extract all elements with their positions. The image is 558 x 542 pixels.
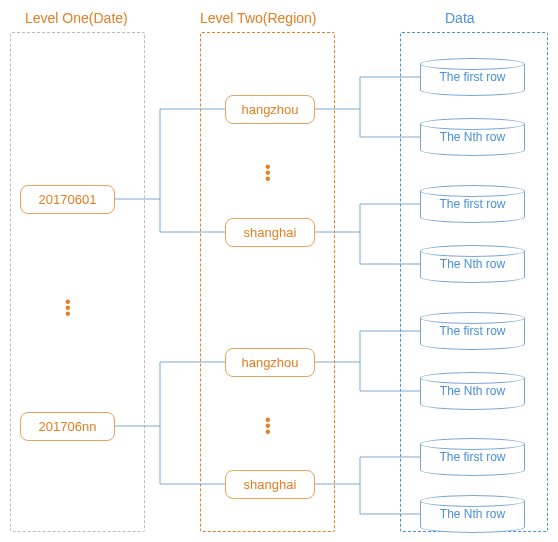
header-level-one: Level One(Date) xyxy=(25,10,128,26)
data-row-label: The first row xyxy=(420,70,525,84)
date-node-0: 20170601 xyxy=(20,185,115,214)
data-row-label: The Nth row xyxy=(420,384,525,398)
data-cylinder: The first row xyxy=(420,185,525,223)
data-row-label: The first row xyxy=(420,197,525,211)
vdots-level2-1: ••• xyxy=(265,418,271,436)
vdots-level2-0: ••• xyxy=(265,165,271,183)
header-data: Data xyxy=(445,10,475,26)
vdots-level1: ••• xyxy=(65,300,71,318)
data-cylinder: The Nth row xyxy=(420,118,525,156)
data-cylinder: The first row xyxy=(420,58,525,96)
header-level-two: Level Two(Region) xyxy=(200,10,316,26)
region-node-0-1: shanghai xyxy=(225,218,315,247)
data-row-label: The Nth row xyxy=(420,507,525,521)
data-cylinder: The first row xyxy=(420,438,525,476)
date-node-1: 201706nn xyxy=(20,412,115,441)
region-node-0-0: hangzhou xyxy=(225,95,315,124)
data-row-label: The first row xyxy=(420,324,525,338)
region-node-1-0: hangzhou xyxy=(225,348,315,377)
region-node-1-1: shanghai xyxy=(225,470,315,499)
data-cylinder: The Nth row xyxy=(420,372,525,410)
data-row-label: The Nth row xyxy=(420,130,525,144)
data-row-label: The Nth row xyxy=(420,257,525,271)
level-one-container xyxy=(10,32,145,532)
data-cylinder: The first row xyxy=(420,312,525,350)
data-row-label: The first row xyxy=(420,450,525,464)
data-cylinder: The Nth row xyxy=(420,495,525,533)
data-cylinder: The Nth row xyxy=(420,245,525,283)
